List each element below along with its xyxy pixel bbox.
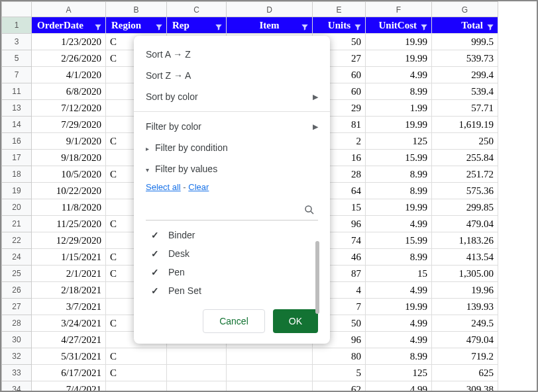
row-header[interactable]: 20 [1,199,32,216]
cell[interactable]: 1,305.00 [432,266,498,282]
cell[interactable]: 5 [313,365,366,381]
column-header-c[interactable]: C [167,1,227,17]
cell[interactable] [167,365,227,381]
cell[interactable]: 539.73 [432,50,498,67]
cell[interactable]: 9/1/2020 [32,133,106,150]
cell[interactable]: 8.99 [366,183,432,199]
cell[interactable]: 413.54 [432,249,498,266]
row-header[interactable]: 17 [1,150,32,166]
cell[interactable]: 7/29/2020 [32,117,106,133]
column-header-f[interactable]: F [366,1,432,17]
row-header[interactable]: 18 [1,166,32,183]
cell[interactable] [227,348,313,365]
row-header[interactable]: 30 [1,332,32,348]
cell[interactable]: 255.84 [432,150,498,166]
row-header[interactable]: 34 [1,381,32,392]
cell[interactable] [106,381,167,392]
cancel-button[interactable]: Cancel [203,309,265,333]
cell[interactable]: 1,619.19 [432,117,498,133]
sort-za[interactable]: Sort Z → A [134,65,330,86]
row-header[interactable]: 13 [1,100,32,117]
row-header[interactable]: 22 [1,232,32,249]
header-cell-units[interactable]: Units [313,17,366,34]
cell[interactable]: 719.2 [432,348,498,365]
cell[interactable]: 1,183.26 [432,232,498,249]
header-cell-total[interactable]: Total [432,17,498,34]
filter-values-list[interactable]: ✓Binder✓Desk✓Pen✓Pen Set [146,226,322,300]
row-header[interactable]: 33 [1,365,32,381]
cell[interactable]: 299.85 [432,199,498,216]
cell[interactable]: 139.93 [432,299,498,315]
cell[interactable]: 250 [432,133,498,150]
cell[interactable]: 8.99 [366,249,432,266]
filter-search-input[interactable] [146,201,318,220]
sort-az[interactable]: Sort A → Z [134,44,330,65]
filter-value-item[interactable]: ✓Pen Set [146,281,322,300]
filter-by-color[interactable]: Filter by color▶ [134,116,330,137]
filter-icon[interactable] [419,21,429,30]
filter-icon[interactable] [214,21,223,30]
cell[interactable]: 80 [313,348,366,365]
cell[interactable]: C [106,365,167,381]
select-all-link[interactable]: Select all [146,182,181,192]
cell[interactable]: 539.4 [432,83,498,100]
cell[interactable]: 6/8/2020 [32,83,106,100]
filter-by-condition[interactable]: ▸Filter by condition [134,137,330,158]
row-header[interactable]: 24 [1,249,32,266]
cell[interactable]: 4/1/2020 [32,67,106,83]
cell[interactable]: 19.99 [366,199,432,216]
filter-icon[interactable] [154,21,164,30]
cell[interactable]: 1/23/2020 [32,34,106,50]
cell[interactable]: 1.99 [366,100,432,117]
cell[interactable]: 15.99 [366,232,432,249]
column-header-b[interactable]: B [106,1,167,17]
row-header[interactable]: 26 [1,282,32,299]
cell[interactable]: 8.99 [366,166,432,183]
ok-button[interactable]: OK [273,309,318,333]
cell[interactable]: 19.96 [432,282,498,299]
cell[interactable]: 125 [366,133,432,150]
cell[interactable]: 2/18/2021 [32,282,106,299]
filter-value-item[interactable]: ✓Binder [146,226,322,244]
cell[interactable]: 4.99 [366,381,432,392]
cell[interactable]: 299.4 [432,67,498,83]
filter-value-item[interactable]: ✓Pen [146,263,322,281]
row-header[interactable]: 5 [1,50,32,67]
column-header-g[interactable]: G [432,1,498,17]
cell[interactable]: 4.99 [366,216,432,232]
cell[interactable]: 5/31/2021 [32,348,106,365]
cell[interactable]: 4.99 [366,332,432,348]
cell[interactable]: 625 [432,365,498,381]
values-scrollbar[interactable] [315,241,319,314]
row-header[interactable]: 27 [1,299,32,315]
row-header[interactable]: 1 [1,17,32,34]
cell[interactable]: C [106,348,167,365]
cell[interactable]: 8.99 [366,83,432,100]
cell[interactable]: 479.04 [432,332,498,348]
cell[interactable] [167,348,227,365]
cell[interactable]: 4/27/2021 [32,332,106,348]
row-header[interactable]: 19 [1,183,32,199]
row-header[interactable]: 3 [1,34,32,50]
cell[interactable]: 125 [366,365,432,381]
sort-by-color[interactable]: Sort by color▶ [134,86,330,107]
filter-by-values[interactable]: ▾Filter by values [134,158,330,179]
cell[interactable]: 3/7/2021 [32,299,106,315]
cell[interactable]: 251.72 [432,166,498,183]
header-cell-orderdate[interactable]: OrderDate [32,17,106,34]
cell[interactable]: 10/5/2020 [32,166,106,183]
column-header-a[interactable]: A [32,1,106,17]
column-header-e[interactable]: E [313,1,366,17]
column-header-d[interactable]: D [227,1,313,17]
cell[interactable]: 4.99 [366,282,432,299]
header-cell-region[interactable]: Region [106,17,167,34]
cell[interactable]: 7/4/2021 [32,381,106,392]
row-header[interactable]: 32 [1,348,32,365]
cell[interactable]: 4.99 [366,67,432,83]
cell[interactable]: 19.99 [366,117,432,133]
cell[interactable]: 309.38 [432,381,498,392]
cell[interactable]: 575.36 [432,183,498,199]
cell[interactable]: 6/17/2021 [32,365,106,381]
row-header[interactable]: 28 [1,315,32,332]
cell[interactable]: 19.99 [366,34,432,50]
